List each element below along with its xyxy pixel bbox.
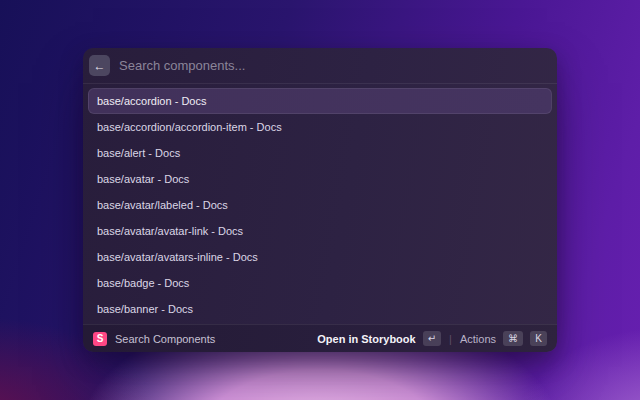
result-row[interactable]: base/alert - Docs <box>88 140 552 166</box>
footer-brand-label: Search Components <box>115 333 215 345</box>
result-row[interactable]: base/avatar - Docs <box>88 166 552 192</box>
actions-label[interactable]: Actions <box>460 333 496 345</box>
result-row[interactable]: base/badge - Docs <box>88 270 552 296</box>
result-row[interactable]: base/accordion - Docs <box>88 88 552 114</box>
result-row[interactable]: base/banner - Docs <box>88 296 552 322</box>
storybook-logo-icon: S <box>93 332 107 346</box>
footer-actions: Open in Storybook ↵ | Actions ⌘ K <box>317 331 547 346</box>
result-row[interactable]: base/avatar/avatar-link - Docs <box>88 218 552 244</box>
results-list: base/accordion - Docsbase/accordion/acco… <box>83 84 557 324</box>
desktop-background: ← base/accordion - Docsbase/accordion/ac… <box>0 0 640 400</box>
footer-brand: S Search Components <box>93 332 215 346</box>
back-button[interactable]: ← <box>89 55 110 76</box>
back-arrow-icon: ← <box>94 60 106 72</box>
search-palette: ← base/accordion - Docsbase/accordion/ac… <box>83 48 557 352</box>
enter-key-icon: ↵ <box>423 331 441 346</box>
result-row[interactable]: base/accordion/accordion-item - Docs <box>88 114 552 140</box>
result-row[interactable]: base/avatar/avatars-inline - Docs <box>88 244 552 270</box>
open-in-storybook-label[interactable]: Open in Storybook <box>317 333 415 345</box>
command-key-icon: ⌘ <box>503 331 523 346</box>
k-key-icon: K <box>530 331 547 346</box>
search-input[interactable] <box>119 58 549 73</box>
search-header: ← <box>83 48 557 84</box>
footer-bar: S Search Components Open in Storybook ↵ … <box>83 324 557 352</box>
result-row[interactable]: base/avatar/labeled - Docs <box>88 192 552 218</box>
footer-divider: | <box>448 333 453 345</box>
